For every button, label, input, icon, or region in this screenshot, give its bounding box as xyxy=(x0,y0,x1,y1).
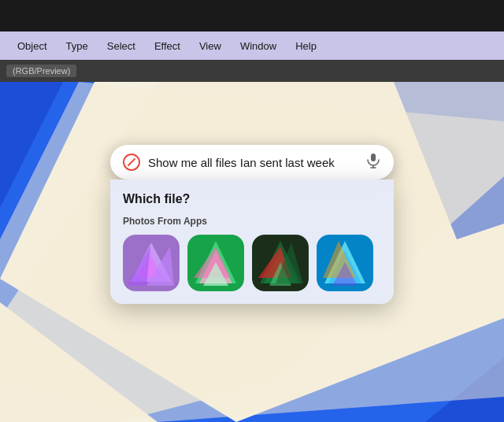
app-icon-3[interactable] xyxy=(252,235,309,291)
siri-icon xyxy=(123,154,140,171)
menu-item-window[interactable]: Window xyxy=(232,37,284,55)
top-bar xyxy=(0,0,504,31)
results-title: Which file? xyxy=(123,192,381,206)
svg-line-9 xyxy=(128,159,135,165)
svg-rect-10 xyxy=(371,154,376,161)
menu-item-view[interactable]: View xyxy=(191,37,229,55)
search-query-text: Show me all files Ian sent last week xyxy=(148,156,358,169)
menu-item-help[interactable]: Help xyxy=(287,37,324,55)
app-icons-row xyxy=(123,235,381,291)
menu-bar: Object Type Select Effect View Window He… xyxy=(0,31,504,60)
mic-icon[interactable] xyxy=(365,153,381,172)
menu-item-effect[interactable]: Effect xyxy=(146,37,188,55)
search-overlay: Show me all files Ian sent last week Whi… xyxy=(110,145,394,304)
menu-item-object[interactable]: Object xyxy=(9,37,55,55)
tab-label-rgb[interactable]: (RGB/Preview) xyxy=(6,65,76,77)
search-bar[interactable]: Show me all files Ian sent last week xyxy=(110,145,394,180)
menu-item-select[interactable]: Select xyxy=(99,37,143,55)
app-icon-4[interactable] xyxy=(317,235,373,291)
tab-bar: (RGB/Preview) xyxy=(0,60,504,82)
canvas-area: Show me all files Ian sent last week Whi… xyxy=(0,82,504,422)
section-label-photos: Photos From Apps xyxy=(123,216,381,227)
menu-item-type[interactable]: Type xyxy=(58,37,96,55)
results-panel: Which file? Photos From Apps xyxy=(110,180,394,304)
app-icon-1[interactable] xyxy=(123,235,180,291)
app-icon-2[interactable] xyxy=(187,235,244,291)
